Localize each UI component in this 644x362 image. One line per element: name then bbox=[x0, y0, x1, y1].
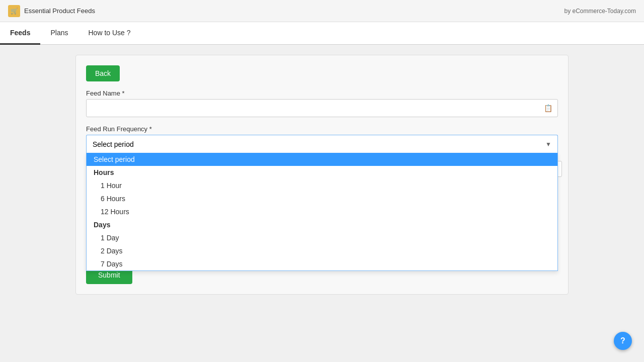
app-title: Essential Product Feeds bbox=[24, 7, 95, 15]
frequency-dropdown-trigger[interactable]: Select period ▼ bbox=[86, 135, 558, 153]
tab-how-to-use[interactable]: How to Use ? bbox=[78, 22, 141, 45]
help-button[interactable]: ? bbox=[614, 332, 632, 350]
app-icon: 🛒 bbox=[8, 5, 20, 17]
dropdown-group-days: Days bbox=[87, 218, 557, 231]
dropdown-selected-text: Select period bbox=[93, 140, 134, 148]
content-card: Back Feed Name * 📋 Feed Run Frequency * … bbox=[75, 55, 569, 295]
feed-frequency-group: Feed Run Frequency * Select period ▼ Sel… bbox=[86, 125, 558, 153]
title-bar-left: 🛒 Essential Product Feeds bbox=[8, 5, 95, 17]
feed-name-group: Feed Name * 📋 bbox=[86, 89, 558, 117]
tab-plans[interactable]: Plans bbox=[40, 22, 78, 45]
frequency-dropdown[interactable]: Select period ▼ Select period Hours 1 Ho… bbox=[86, 135, 558, 153]
dropdown-item-1hour[interactable]: 1 Hour bbox=[87, 179, 557, 192]
dropdown-group-hours: Hours bbox=[87, 166, 557, 179]
chevron-down-icon: ▼ bbox=[545, 141, 551, 148]
feed-name-label: Feed Name * bbox=[86, 89, 558, 97]
dropdown-item-12hours[interactable]: 12 Hours bbox=[87, 205, 557, 218]
calendar-icon: 📋 bbox=[544, 104, 552, 112]
feed-name-input-wrapper: 📋 bbox=[86, 99, 558, 117]
title-bar: 🛒 Essential Product Feeds by eCommerce-T… bbox=[0, 0, 644, 22]
nav-tabs: Feeds Plans How to Use ? bbox=[0, 22, 644, 45]
help-icon: ? bbox=[620, 336, 625, 345]
feed-name-input[interactable] bbox=[92, 104, 544, 112]
dropdown-item-2days[interactable]: 2 Days bbox=[87, 244, 557, 257]
dropdown-item-6hours[interactable]: 6 Hours bbox=[87, 192, 557, 205]
main-content: Back Feed Name * 📋 Feed Run Frequency * … bbox=[0, 45, 644, 362]
dropdown-item-7days[interactable]: 7 Days bbox=[87, 257, 557, 270]
frequency-dropdown-list: Select period Hours 1 Hour 6 Hours 12 Ho… bbox=[86, 153, 558, 271]
feed-frequency-label: Feed Run Frequency * bbox=[86, 125, 558, 133]
tab-feeds[interactable]: Feeds bbox=[0, 22, 40, 45]
brand-text: by eCommerce-Today.com bbox=[565, 8, 636, 15]
dropdown-item-1day[interactable]: 1 Day bbox=[87, 231, 557, 244]
back-button[interactable]: Back bbox=[86, 65, 120, 81]
dropdown-item-select-period[interactable]: Select period bbox=[87, 153, 557, 166]
